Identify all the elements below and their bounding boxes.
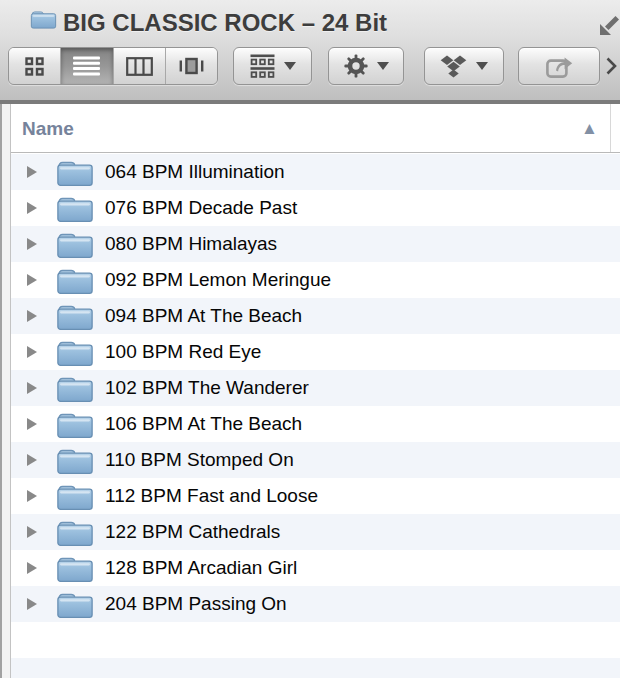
column-view-icon [126, 57, 153, 76]
coverflow-view-button[interactable] [166, 48, 217, 84]
list-item[interactable]: 094 BPM At The Beach [11, 298, 620, 334]
list-item[interactable]: 064 BPM Illumination [11, 154, 620, 190]
folder-name: 112 BPM Fast and Loose [105, 485, 318, 507]
disclosure-triangle-icon[interactable] [25, 597, 39, 611]
dropdown-arrow-icon [284, 62, 296, 70]
file-list-view: Name ▲ 064 BPM Illumination 076 BPM Deca… [11, 104, 620, 678]
window-title: BIG CLASSIC ROCK – 24 Bit [63, 0, 387, 44]
list-item[interactable]: 128 BPM Arcadian Girl [11, 550, 620, 586]
coverflow-view-icon [179, 56, 204, 76]
folder-icon [56, 158, 94, 187]
folder-name: 128 BPM Arcadian Girl [105, 557, 297, 579]
list-view-lines-icon [73, 56, 100, 76]
disclosure-triangle-icon[interactable] [25, 165, 39, 179]
list-item[interactable]: 204 BPM Passing On [11, 586, 620, 622]
folder-icon [56, 446, 94, 475]
disclosure-triangle-icon[interactable] [25, 345, 39, 359]
folder-icon [56, 374, 94, 403]
folder-icon [56, 266, 94, 295]
folder-name: 076 BPM Decade Past [105, 197, 297, 219]
gear-icon [344, 54, 368, 78]
disclosure-triangle-icon[interactable] [25, 237, 39, 251]
fullscreen-arrow-icon[interactable] [596, 11, 620, 39]
share-icon [545, 53, 574, 79]
folder-icon [56, 302, 94, 331]
list-item[interactable]: 110 BPM Stomped On [11, 442, 620, 478]
name-column-header[interactable]: Name [22, 104, 74, 152]
action-gear-button[interactable] [328, 47, 404, 85]
empty-row [11, 658, 620, 678]
folder-name: 204 BPM Passing On [105, 593, 287, 615]
folder-icon [56, 482, 94, 511]
arrange-grid-icon [250, 54, 275, 78]
share-button[interactable] [518, 47, 600, 85]
disclosure-triangle-icon[interactable] [25, 417, 39, 431]
folder-icon [56, 518, 94, 547]
list-item[interactable]: 092 BPM Lemon Meringue [11, 262, 620, 298]
disclosure-triangle-icon[interactable] [25, 525, 39, 539]
folder-name: 064 BPM Illumination [105, 161, 285, 183]
folder-icon [56, 194, 94, 223]
list-item[interactable]: 112 BPM Fast and Loose [11, 478, 620, 514]
folder-name: 106 BPM At The Beach [105, 413, 302, 435]
title-bar: BIG CLASSIC ROCK – 24 Bit [0, 0, 620, 44]
list-view-button[interactable] [61, 48, 113, 84]
disclosure-triangle-icon[interactable] [25, 309, 39, 323]
disclosure-triangle-icon[interactable] [25, 453, 39, 467]
folder-icon [56, 338, 94, 367]
folder-name: 080 BPM Himalayas [105, 233, 277, 255]
column-view-button[interactable] [114, 48, 166, 84]
list-item[interactable]: 102 BPM The Wanderer [11, 370, 620, 406]
icon-view-button[interactable] [9, 48, 61, 84]
list-item[interactable]: 080 BPM Himalayas [11, 226, 620, 262]
list-item[interactable]: 122 BPM Cathedrals [11, 514, 620, 550]
disclosure-triangle-icon[interactable] [25, 201, 39, 215]
folder-icon [56, 230, 94, 259]
disclosure-triangle-icon[interactable] [25, 489, 39, 503]
folder-proxy-icon[interactable] [30, 8, 57, 30]
folder-icon [56, 554, 94, 583]
window-chrome: BIG CLASSIC ROCK – 24 Bit [0, 0, 620, 104]
window-left-edge [0, 104, 11, 678]
icon-view-grid-icon [25, 57, 44, 76]
list-header: Name ▲ [11, 104, 620, 153]
arrange-button[interactable] [233, 47, 312, 85]
disclosure-triangle-icon[interactable] [25, 273, 39, 287]
folder-name: 122 BPM Cathedrals [105, 521, 280, 543]
list-item[interactable]: 100 BPM Red Eye [11, 334, 620, 370]
dropbox-icon [440, 54, 467, 79]
sort-ascending-icon: ▲ [581, 104, 598, 152]
folder-icon [56, 410, 94, 439]
view-mode-segmented-control [8, 47, 218, 85]
toolbar-overflow-button[interactable] [602, 47, 620, 85]
chevron-right-icon [605, 56, 618, 76]
dropdown-arrow-icon [476, 62, 488, 70]
dropbox-button[interactable] [424, 47, 504, 85]
folder-icon [56, 590, 94, 619]
list-item[interactable]: 076 BPM Decade Past [11, 190, 620, 226]
empty-row [11, 622, 620, 658]
folder-name: 100 BPM Red Eye [105, 341, 261, 363]
folder-name: 102 BPM The Wanderer [105, 377, 309, 399]
list-item[interactable]: 106 BPM At The Beach [11, 406, 620, 442]
dropdown-arrow-icon [377, 62, 389, 70]
folder-name: 092 BPM Lemon Meringue [105, 269, 331, 291]
rows-container: 064 BPM Illumination 076 BPM Decade Past… [11, 154, 620, 678]
disclosure-triangle-icon[interactable] [25, 381, 39, 395]
column-divider[interactable] [610, 104, 611, 152]
folder-name: 110 BPM Stomped On [105, 449, 294, 471]
disclosure-triangle-icon[interactable] [25, 561, 39, 575]
folder-name: 094 BPM At The Beach [105, 305, 302, 327]
